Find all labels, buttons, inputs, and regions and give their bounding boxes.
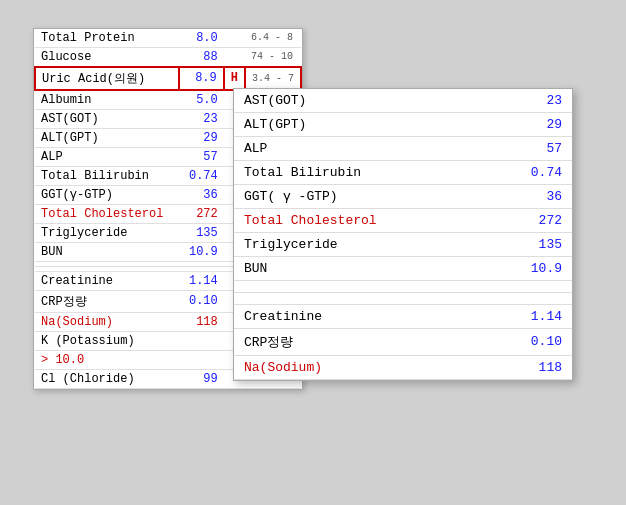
- back-row-flag: [224, 47, 245, 67]
- back-row-value: 135: [179, 223, 224, 242]
- front-row-value: 135: [454, 232, 572, 256]
- back-row-value: 272: [179, 204, 224, 223]
- back-row-value: 118: [179, 312, 224, 331]
- front-row-name: AST(GOT): [234, 89, 454, 113]
- front-row-value: 36: [454, 184, 572, 208]
- back-row-value: 8.9: [179, 67, 224, 90]
- back-row-value: 23: [179, 109, 224, 128]
- back-row-name: Triglyceride: [35, 223, 179, 242]
- back-row-value: 29: [179, 128, 224, 147]
- front-row-value: 118: [454, 355, 572, 379]
- back-row-name: Cl (Chloride): [35, 369, 179, 388]
- back-row-name: ALP: [35, 147, 179, 166]
- front-row-value: 0.74: [454, 160, 572, 184]
- front-row-name: BUN: [234, 256, 454, 280]
- back-row-ref: 6.4 - 8: [245, 29, 301, 48]
- front-row-value: 10.9: [454, 256, 572, 280]
- back-row-value: 36: [179, 185, 224, 204]
- back-row-name: Glucose: [35, 47, 179, 67]
- back-row-ref: 3.4 - 7: [245, 67, 301, 90]
- back-row-value: 57: [179, 147, 224, 166]
- back-row-name: Creatinine: [35, 271, 179, 290]
- back-row-name: Total Bilirubin: [35, 166, 179, 185]
- back-row-name: Na(Sodium): [35, 312, 179, 331]
- back-row-value: 1.14: [179, 271, 224, 290]
- front-row-name: Creatinine: [234, 304, 454, 328]
- back-row-name: Total Cholesterol: [35, 204, 179, 223]
- front-row-value: 0.10: [454, 328, 572, 355]
- front-row-value: 29: [454, 112, 572, 136]
- back-row-name: ALT(GPT): [35, 128, 179, 147]
- back-row-name: Total Protein: [35, 29, 179, 48]
- front-row-name: ALT(GPT): [234, 112, 454, 136]
- front-row-name: GGT( γ -GTP): [234, 184, 454, 208]
- back-row-name: GGT(γ-GTP): [35, 185, 179, 204]
- back-row-value: 88: [179, 47, 224, 67]
- back-row-name: BUN: [35, 242, 179, 261]
- back-row-name: > 10.0: [35, 350, 179, 369]
- front-row-value: 1.14: [454, 304, 572, 328]
- back-row-value: 8.0: [179, 29, 224, 48]
- front-table: AST(GOT)23ALT(GPT)29ALP57Total Bilirubin…: [234, 89, 572, 380]
- back-row-name: Uric Acid(의원): [35, 67, 179, 90]
- front-row-name: CRP정량: [234, 328, 454, 355]
- front-row-name: ALP: [234, 136, 454, 160]
- front-row-value: 272: [454, 208, 572, 232]
- back-row-value: 99: [179, 369, 224, 388]
- front-row-name: Total Cholesterol: [234, 208, 454, 232]
- back-row-value: 10.9: [179, 242, 224, 261]
- back-row-value: 5.0: [179, 90, 224, 110]
- back-row-value: [179, 331, 224, 350]
- front-row-name: Triglyceride: [234, 232, 454, 256]
- back-row-flag: H: [224, 67, 245, 90]
- back-row-name: Albumin: [35, 90, 179, 110]
- front-row-value: 57: [454, 136, 572, 160]
- front-panel: AST(GOT)23ALT(GPT)29ALP57Total Bilirubin…: [233, 88, 573, 381]
- main-container: Total Protein8.06.4 - 8Glucose8874 - 10U…: [33, 28, 593, 478]
- front-row-name: Total Bilirubin: [234, 160, 454, 184]
- back-row-name: AST(GOT): [35, 109, 179, 128]
- front-row-value: 23: [454, 89, 572, 113]
- back-row-name: K (Potassium): [35, 331, 179, 350]
- back-row-value: 0.10: [179, 290, 224, 312]
- back-row-name: CRP정량: [35, 290, 179, 312]
- back-row-ref: 74 - 10: [245, 47, 301, 67]
- back-row-value: 0.74: [179, 166, 224, 185]
- back-row-flag: [224, 29, 245, 48]
- back-row-value: [179, 350, 224, 369]
- front-row-name: Na(Sodium): [234, 355, 454, 379]
